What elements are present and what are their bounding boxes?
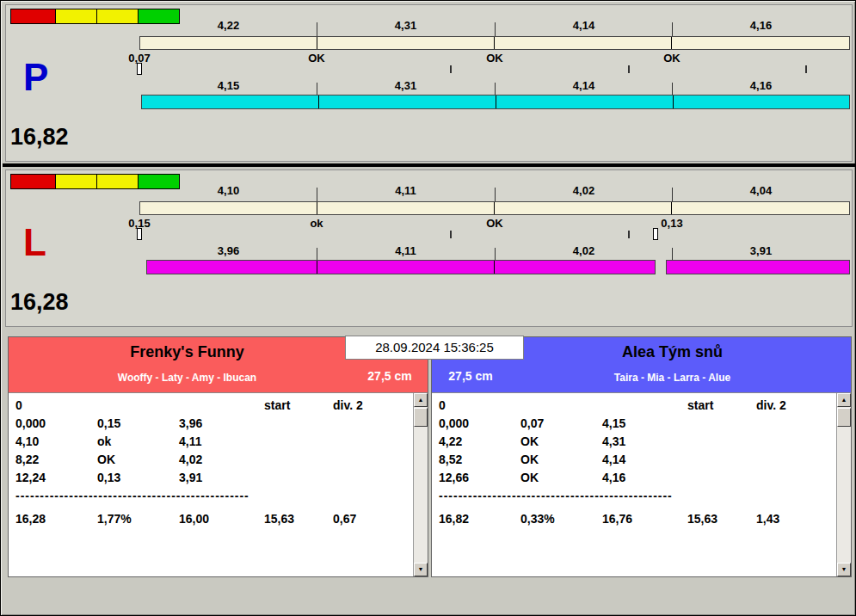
lower-time-bar-part2: [666, 260, 850, 274]
cell: 4,31: [602, 434, 625, 448]
table-row: 8,22 OK 4,02: [9, 453, 428, 471]
mark-tick: [450, 65, 452, 73]
team-dogs: Taira - Mia - Larra - Alue: [494, 372, 851, 384]
cell: 4,11: [179, 434, 201, 448]
split-value: 4,04: [672, 184, 850, 197]
segment-tick: [317, 22, 317, 36]
cell: 0,15: [97, 416, 120, 430]
table-row: 12,24 0,13 3,91: [9, 471, 428, 489]
mark-tick: [628, 65, 630, 73]
table-header-row: 0 start div. 2: [9, 398, 428, 416]
cell: start: [687, 398, 713, 412]
split-value: 4,16: [672, 79, 850, 92]
results-table-right: 0 start div. 2 0,000 0,07 4,15 4,22 OK 4…: [432, 392, 851, 576]
lower-time-bar-part1: [146, 260, 656, 274]
scrollbar[interactable]: ▲ ▼: [836, 393, 851, 576]
lower-time-bar: [141, 95, 850, 109]
mark-value: 0,13: [637, 217, 706, 230]
mark-tick: [628, 231, 630, 238]
lane-l: L 16,28 4,10 4,11 4,02 4,04 0,15 ok OK 0…: [5, 169, 853, 327]
table-row: 4,10 ok 4,11: [9, 434, 428, 453]
bar-divider: [317, 37, 317, 49]
marks-row: 0,07 OK OK OK: [139, 52, 850, 64]
cell: 15,63: [264, 512, 294, 526]
change-marker: [653, 228, 658, 240]
mark-value: OK: [460, 217, 529, 230]
split-value: 3,91: [672, 244, 850, 257]
table-row: 8,52 OK 4,14: [432, 453, 851, 471]
scroll-up-icon: ▲: [418, 397, 424, 403]
cell: 0,13: [97, 471, 120, 484]
cell: 12,66: [439, 471, 469, 484]
lane-l-total: 16,28: [10, 289, 69, 316]
cell: 12,24: [15, 471, 46, 484]
cell: 16,00: [179, 512, 209, 526]
separator-row: ----------------------------------------…: [9, 489, 428, 507]
upper-time-bar: [139, 36, 850, 50]
scroll-down-icon: ▼: [841, 566, 847, 572]
cell: 8,52: [439, 453, 462, 466]
dashes: ----------------------------------------…: [15, 489, 249, 502]
mark-value: OK: [637, 52, 706, 65]
scroll-up-icon: ▲: [841, 397, 847, 403]
segment-tick: [672, 22, 673, 36]
cell: 0,000: [439, 416, 469, 430]
cell: 16,82: [439, 512, 469, 526]
team-name: Frenky's Funny: [9, 343, 366, 361]
bar-divider: [494, 202, 495, 214]
results-table-left: 0 start div. 2 0,000 0,15 3,96 4,10 ok 4…: [9, 392, 428, 576]
cell: 0: [439, 398, 446, 412]
scrollbar[interactable]: ▲ ▼: [413, 393, 428, 576]
bar-divider: [317, 261, 317, 274]
scroll-up-button[interactable]: ▲: [414, 393, 428, 407]
dashes: ----------------------------------------…: [439, 489, 673, 502]
table-header-row: 0 start div. 2: [432, 398, 851, 416]
cell: 4,10: [15, 434, 39, 448]
split-value: 4,02: [495, 184, 673, 197]
table-row: 4,22 OK 4,31: [432, 434, 851, 453]
scroll-down-button[interactable]: ▼: [837, 563, 851, 576]
bar-divider: [671, 202, 672, 214]
cell: 8,22: [15, 453, 39, 466]
split-value: 4,14: [495, 19, 673, 32]
bar-divider: [318, 95, 319, 108]
cell: OK: [520, 453, 539, 466]
scroll-up-button[interactable]: ▲: [837, 393, 851, 407]
cell: OK: [97, 453, 115, 466]
split-value: 4,02: [495, 244, 673, 257]
cell: 4,15: [602, 416, 625, 430]
cell: 4,22: [439, 434, 462, 448]
traffic-red-segment: [10, 9, 56, 24]
mark-tick: [450, 231, 452, 238]
cell: div. 2: [333, 398, 363, 412]
lane-p-letter: P: [23, 59, 48, 96]
scroll-down-icon: ▼: [418, 566, 424, 572]
upper-splits-row: 4,22 4,31 4,14 4,16: [139, 19, 850, 31]
scroll-thumb[interactable]: [414, 408, 428, 427]
segment-tick: [672, 188, 673, 201]
split-value: 3,96: [139, 244, 317, 257]
lane-p-total: 16,82: [10, 124, 69, 151]
cell: div. 2: [756, 398, 786, 412]
mark-value: OK: [282, 52, 351, 65]
lane-p: P 16,82 4,22 4,31 4,14 4,16 0,07 OK OK O…: [5, 4, 853, 162]
split-value: 4,11: [317, 244, 495, 257]
cell: OK: [520, 434, 539, 448]
table-row: 12,66 OK 4,16: [432, 471, 851, 489]
bar-divider: [496, 95, 496, 108]
bar-divider: [671, 37, 672, 49]
traffic-yellow2-segment: [96, 174, 139, 189]
bar-divider: [317, 202, 317, 214]
cell: 4,02: [179, 453, 202, 466]
lane-divider: [3, 163, 855, 167]
segment-tick: [495, 22, 496, 36]
scroll-thumb[interactable]: [837, 408, 851, 427]
split-value: 4,31: [317, 79, 495, 92]
height-label-left: 27,5 cm: [355, 369, 424, 383]
upper-time-bar: [139, 201, 850, 215]
scroll-down-button[interactable]: ▼: [414, 563, 428, 576]
cell: 1,43: [756, 512, 779, 526]
team-name: Alea Tým snů: [494, 343, 851, 361]
bar-divider: [494, 261, 495, 274]
cell: 1,77%: [97, 512, 132, 526]
